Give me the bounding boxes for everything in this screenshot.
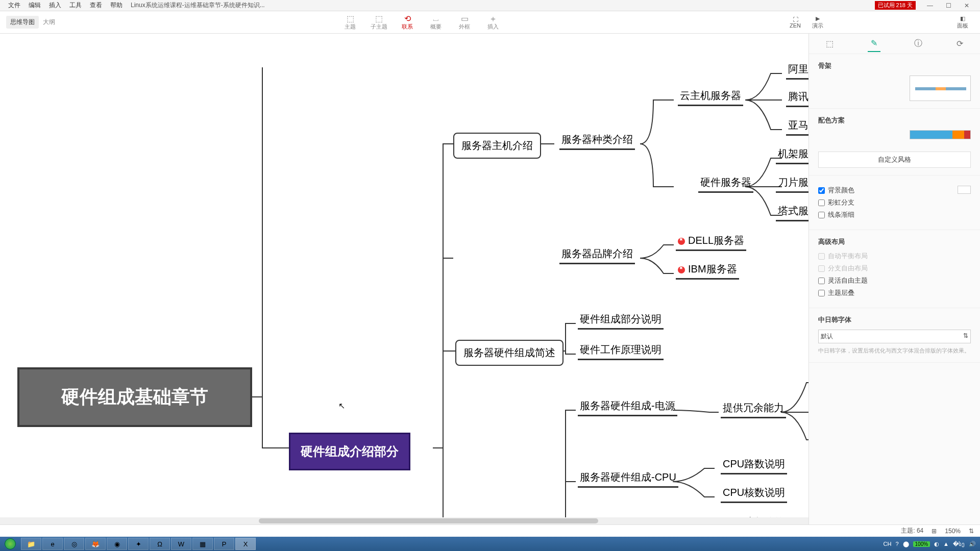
node-brief[interactable]: 服务器硬件组成简述 (455, 340, 564, 366)
node-cpu1[interactable]: CPU路数说明 (721, 457, 787, 474)
system-tray[interactable]: CH ? ⬤ 100% ◐ ▲ �სე 🔊 (879, 541, 980, 547)
node-tencent[interactable]: 腾讯云 (786, 90, 808, 107)
zoom-level[interactable]: 150% (945, 528, 961, 535)
lbl-advlayout: 高级布局 (818, 237, 971, 246)
lbl-colorscheme: 配色方案 (818, 116, 971, 125)
btn-zen[interactable]: ⛶ZEN (784, 16, 806, 29)
cancel-icon (678, 238, 685, 245)
tray-icon[interactable]: ⬤ (903, 541, 909, 547)
lbl-cjk: 中日韩字体 (818, 315, 971, 324)
panel-tab-style[interactable]: ✎ (868, 35, 880, 52)
fit-icon[interactable]: ⊞ (932, 528, 937, 535)
chk-bgcolor[interactable]: 背景颜色 (818, 186, 971, 195)
btn-subtopic[interactable]: ⬚子主题 (364, 14, 393, 31)
cancel-icon (678, 266, 685, 273)
close-button[interactable]: ✕ (958, 1, 976, 10)
zoom-stepper[interactable]: ⇅ (969, 528, 974, 535)
menu-insert[interactable]: 插入 (45, 1, 65, 10)
tab-mindmap[interactable]: 思维导图 (6, 16, 39, 29)
taskbar[interactable]: 📁 e ◎ 🦊 ◉ ✦ Ω W ▦ P X CH ? ⬤ 100% ◐ ▲ �ს… (0, 537, 980, 551)
btn-present[interactable]: ▶演示 (806, 15, 829, 30)
lbl-skeleton: 骨架 (818, 61, 971, 70)
chk-gradient[interactable]: 线条渐细 (818, 210, 971, 219)
btn-relation[interactable]: ⟲联系 (393, 14, 422, 31)
panel-tab-3[interactable]: ⓘ (914, 38, 922, 49)
menu-help[interactable]: 帮助 (106, 1, 127, 10)
menu-tools[interactable]: 工具 (65, 1, 86, 10)
tb-ppt[interactable]: P (214, 538, 234, 550)
node-dell[interactable]: DELL服务器 (676, 234, 746, 251)
tab-outline[interactable]: 大纲 (39, 16, 59, 29)
node-kinds[interactable]: 服务器种类介绍 (559, 133, 635, 150)
tray-icon[interactable]: 🔊 (969, 541, 976, 547)
tb-word[interactable]: W (171, 538, 191, 550)
tb-app4[interactable]: ▦ (192, 538, 213, 550)
node-rack[interactable]: 机架服务器 (776, 147, 808, 164)
tb-explorer[interactable]: 📁 (21, 538, 41, 550)
doc-title: Linux系统运维课程-运维基础章节-系统硬件知识... (131, 1, 265, 10)
tb-xmind[interactable]: X (235, 538, 256, 550)
tb-app2[interactable]: ✦ (128, 538, 149, 550)
tb-firefox[interactable]: 🦊 (85, 538, 106, 550)
btn-boundary[interactable]: ▭外框 (450, 14, 479, 31)
ime-indicator[interactable]: CH (884, 541, 892, 547)
node-ali[interactable]: 阿里云 (786, 62, 808, 80)
colorscheme-preview[interactable] (910, 130, 971, 139)
menu-edit[interactable]: 编辑 (24, 1, 45, 10)
maximize-button[interactable]: ☐ (939, 1, 958, 10)
h-scrollbar[interactable] (0, 517, 808, 524)
menu-file[interactable]: 文件 (4, 1, 24, 10)
chk-autobal: 自动平衡布局 (818, 252, 971, 261)
btn-panel[interactable]: ◧面板 (951, 15, 974, 30)
panel-tab-4[interactable]: ⟳ (957, 39, 963, 48)
node-ibm[interactable]: IBM服务器 (676, 262, 739, 280)
node-principle[interactable]: 硬件工作原理说明 (578, 343, 664, 360)
chk-freebranch: 分支自由布局 (818, 264, 971, 273)
node-part[interactable]: 硬件组成部分说明 (578, 312, 664, 330)
node-root[interactable]: 硬件组成基础章节 (17, 367, 252, 427)
topic-count: 64 (917, 527, 923, 534)
tb-ie[interactable]: e (42, 538, 63, 550)
start-button[interactable] (0, 537, 20, 551)
chk-overlap[interactable]: 主题层叠 (818, 288, 971, 297)
canvas[interactable]: 硬件组成基础章节 硬件组成介绍部分 服务器主机介绍 服务器种类介绍 服务器品牌介… (0, 34, 808, 531)
node-cpu[interactable]: 服务器硬件组成-CPU (578, 470, 678, 488)
node-power[interactable]: 服务器硬件组成-电源 (578, 399, 677, 416)
node-cpu2[interactable]: CPU核数说明 (721, 486, 787, 503)
status-bar: 主题: 64 ⊞ 150% ⇅ (0, 524, 980, 537)
minimize-button[interactable]: — (921, 1, 939, 10)
tray-icon[interactable]: ? (895, 541, 898, 547)
node-redund[interactable]: 提供冗余能力 (721, 401, 786, 418)
panel-tab-1[interactable]: ⬚ (826, 39, 834, 48)
bgcolor-swatch[interactable] (958, 186, 971, 194)
node-hw[interactable]: 硬件服务器 (698, 176, 753, 193)
menubar: 文件 编辑 插入 工具 查看 帮助 Linux系统运维课程-运维基础章节-系统硬… (0, 0, 980, 11)
btn-custom-style[interactable]: 自定义风格 (818, 152, 971, 168)
format-panel: ⬚ ✎ ⓘ ⟳ 骨架 配色方案 自定义风格 背景颜色 彩虹分支 线条渐细 高级布… (808, 34, 980, 531)
tray-icon[interactable]: �სე (953, 541, 965, 547)
tb-app3[interactable]: Ω (150, 538, 170, 550)
select-cjk-font[interactable]: 默认⇅ (818, 330, 971, 343)
node-cloud[interactable]: 云主机服务器 (678, 89, 743, 106)
tray-icon[interactable]: ▲ (943, 541, 949, 547)
chk-freetopic[interactable]: 灵活自由主题 (818, 276, 971, 285)
toolbar: 思维导图 大纲 ⬚主题 ⬚子主题 ⟲联系 ⎵概要 ▭外框 ＋插入 ⛶ZEN ▶演… (0, 11, 980, 34)
node-amazon[interactable]: 亚马逊云 (786, 118, 808, 136)
chk-rainbow[interactable]: 彩虹分支 (818, 198, 971, 207)
btn-summary[interactable]: ⎵概要 (422, 14, 450, 31)
btn-topic[interactable]: ⬚主题 (336, 14, 364, 31)
tb-chrome[interactable]: ◉ (107, 538, 127, 550)
node-blade[interactable]: 刀片服务器 (776, 176, 808, 193)
trial-badge: 已试用 218 天 (875, 1, 916, 10)
menu-view[interactable]: 查看 (86, 1, 106, 10)
battery-indicator[interactable]: 100% (913, 541, 930, 547)
skeleton-preview[interactable] (910, 76, 971, 101)
tray-icon[interactable]: ◐ (934, 541, 939, 547)
node-tower[interactable]: 塔式服务器 (776, 204, 808, 221)
node-brand[interactable]: 服务器品牌介绍 (559, 247, 635, 264)
btn-insert[interactable]: ＋插入 (479, 14, 507, 31)
node-intro[interactable]: 硬件组成介绍部分 (289, 433, 410, 470)
tb-app1[interactable]: ◎ (64, 538, 84, 550)
cjk-hint: 中日韩字体，设置后将优化与西文字体混合排版的字体效果。 (818, 346, 971, 355)
node-host[interactable]: 服务器主机介绍 (453, 133, 541, 159)
